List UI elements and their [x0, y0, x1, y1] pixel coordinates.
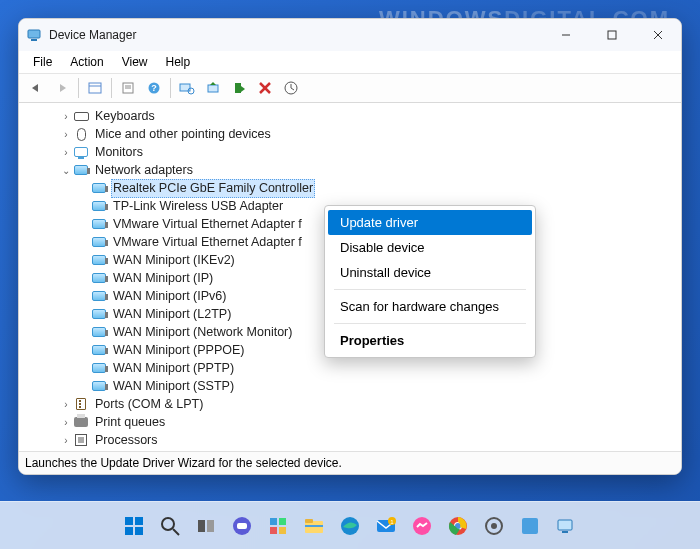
- expander-icon[interactable]: ›: [59, 399, 73, 410]
- svg-line-25: [173, 529, 179, 535]
- svg-point-24: [162, 518, 174, 530]
- tree-row[interactable]: ⌄Network adapters: [31, 161, 681, 179]
- network-adapter-icon: [91, 360, 107, 376]
- tree-row[interactable]: Realtek PCIe GbE Family Controller: [31, 179, 681, 197]
- context-menu-item[interactable]: Properties: [328, 328, 532, 353]
- svg-rect-36: [305, 525, 323, 527]
- network-adapter-icon: [91, 324, 107, 340]
- toolbar-sep: [78, 78, 79, 98]
- titlebar[interactable]: Device Manager: [19, 19, 681, 51]
- tree-row[interactable]: ›Ports (COM & LPT): [31, 395, 681, 413]
- menu-file[interactable]: File: [25, 53, 60, 71]
- svg-rect-48: [558, 520, 572, 530]
- tree-row[interactable]: WAN Miniport (SSTP): [31, 377, 681, 395]
- network-adapter-icon: [91, 234, 107, 250]
- window-title: Device Manager: [49, 28, 543, 42]
- menubar: File Action View Help: [19, 51, 681, 73]
- network-adapter-icon: [91, 306, 107, 322]
- tree-row[interactable]: ›Monitors: [31, 143, 681, 161]
- window-controls: [543, 19, 681, 51]
- expander-icon[interactable]: ›: [59, 129, 73, 140]
- svg-rect-23: [135, 527, 143, 535]
- monitor-icon: [73, 144, 89, 160]
- task-view-icon[interactable]: [191, 511, 221, 541]
- svg-point-46: [491, 523, 497, 529]
- show-hidden-button[interactable]: [83, 76, 107, 100]
- search-icon[interactable]: [155, 511, 185, 541]
- svg-rect-32: [270, 527, 277, 534]
- network-adapter-icon: [73, 162, 89, 178]
- tree-row[interactable]: ›Keyboards: [31, 107, 681, 125]
- svg-rect-22: [125, 527, 133, 535]
- tree-item-label: TP-Link Wireless USB Adapter: [111, 198, 285, 215]
- context-menu-item[interactable]: Update driver: [328, 210, 532, 235]
- port-icon: [73, 396, 89, 412]
- context-menu-item[interactable]: Scan for hardware changes: [328, 294, 532, 319]
- network-adapter-icon: [91, 252, 107, 268]
- tree-item-label: WAN Miniport (Network Monitor): [111, 324, 294, 341]
- toolbar-sep: [170, 78, 171, 98]
- tree-row[interactable]: ›Print queues: [31, 413, 681, 431]
- uninstall-device-button[interactable]: [279, 76, 303, 100]
- minimize-button[interactable]: [543, 19, 589, 51]
- menu-view[interactable]: View: [114, 53, 156, 71]
- device-manager-window: Device Manager File Action View Help ? ›…: [18, 18, 682, 475]
- disable-device-button[interactable]: [253, 76, 277, 100]
- mail-icon[interactable]: 1: [371, 511, 401, 541]
- toolbar-sep: [111, 78, 112, 98]
- tree-item-label: WAN Miniport (IP): [111, 270, 215, 287]
- forward-button[interactable]: [50, 76, 74, 100]
- back-button[interactable]: [24, 76, 48, 100]
- tree-item-label: Processors: [93, 432, 160, 449]
- svg-rect-26: [198, 520, 205, 532]
- enable-device-button[interactable]: [227, 76, 251, 100]
- settings-icon[interactable]: [479, 511, 509, 541]
- context-menu-separator: [334, 323, 526, 324]
- messenger-icon[interactable]: [407, 511, 437, 541]
- svg-rect-21: [135, 517, 143, 525]
- network-adapter-icon: [91, 180, 107, 196]
- close-button[interactable]: [635, 19, 681, 51]
- svg-rect-30: [270, 518, 277, 525]
- cpu-icon: [73, 432, 89, 448]
- tree-item-label: WAN Miniport (PPPOE): [111, 342, 247, 359]
- tree-item-label: WAN Miniport (SSTP): [111, 378, 236, 395]
- svg-rect-15: [208, 85, 218, 92]
- tree-item-label: Mice and other pointing devices: [93, 126, 273, 143]
- edge-icon[interactable]: [335, 511, 365, 541]
- help-button[interactable]: ?: [142, 76, 166, 100]
- expander-icon[interactable]: ›: [59, 147, 73, 158]
- context-menu-item[interactable]: Uninstall device: [328, 260, 532, 285]
- expander-icon[interactable]: ›: [59, 435, 73, 446]
- context-menu: Update driverDisable deviceUninstall dev…: [324, 205, 536, 358]
- file-explorer-icon[interactable]: [299, 511, 329, 541]
- chrome-icon[interactable]: [443, 511, 473, 541]
- expander-icon[interactable]: ⌄: [59, 165, 73, 176]
- toolbar: ?: [19, 73, 681, 103]
- tree-item-label: Print queues: [93, 414, 167, 431]
- expander-icon[interactable]: ›: [59, 111, 73, 122]
- properties-button[interactable]: [116, 76, 140, 100]
- update-driver-button[interactable]: [201, 76, 225, 100]
- context-menu-item[interactable]: Disable device: [328, 235, 532, 260]
- tree-row[interactable]: ›Processors: [31, 431, 681, 449]
- app-icon: [27, 27, 43, 43]
- menu-action[interactable]: Action: [62, 53, 111, 71]
- maximize-button[interactable]: [589, 19, 635, 51]
- expander-icon[interactable]: ›: [59, 417, 73, 428]
- network-adapter-icon: [91, 198, 107, 214]
- svg-rect-35: [305, 519, 313, 523]
- tree-row[interactable]: ›Mice and other pointing devices: [31, 125, 681, 143]
- taskbar[interactable]: 1: [0, 501, 700, 549]
- network-adapter-icon: [91, 342, 107, 358]
- scan-hardware-button[interactable]: [175, 76, 199, 100]
- device-manager-icon[interactable]: [551, 511, 581, 541]
- app-icon[interactable]: [515, 511, 545, 541]
- status-text: Launches the Update Driver Wizard for th…: [25, 456, 342, 470]
- menu-help[interactable]: Help: [158, 53, 199, 71]
- start-icon[interactable]: [119, 511, 149, 541]
- svg-text:?: ?: [151, 83, 157, 93]
- widgets-icon[interactable]: [263, 511, 293, 541]
- chat-icon[interactable]: [227, 511, 257, 541]
- tree-row[interactable]: WAN Miniport (PPTP): [31, 359, 681, 377]
